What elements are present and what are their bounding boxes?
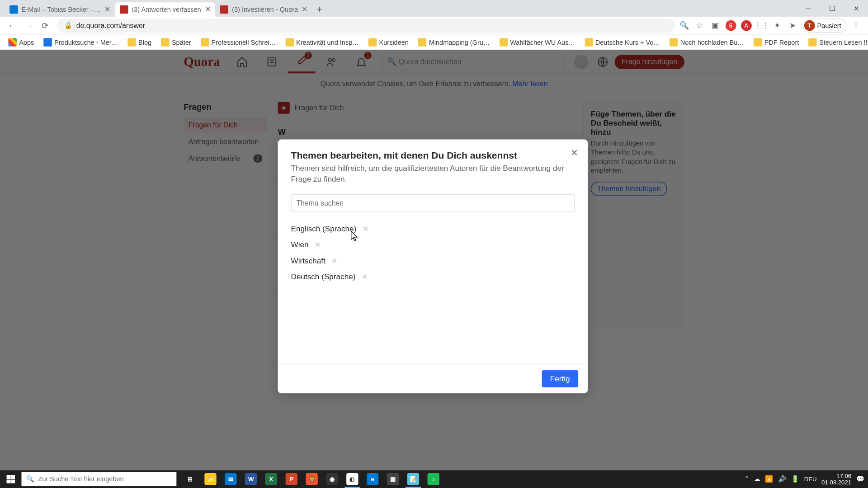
brave-icon[interactable]: 🦁	[302, 470, 322, 488]
bookmark-item[interactable]: Blog	[124, 37, 155, 47]
close-icon[interactable]: ✕	[571, 148, 578, 159]
obs-icon[interactable]: ◉	[322, 470, 342, 488]
close-icon[interactable]: ✕	[302, 5, 307, 14]
topic-item: Wirtschaft✕	[291, 253, 575, 269]
profile-chip[interactable]: T Pausiert	[802, 18, 846, 33]
tab-title: E-Mail – Tobias Becker – Outlook	[21, 6, 100, 13]
topic-search-input[interactable]	[291, 194, 575, 212]
bookmark-item[interactable]: PDF Report	[750, 37, 802, 47]
volume-icon[interactable]: 🔊	[778, 475, 786, 483]
page-content: Quora 2 1 🔍 Quora durchsuchen	[0, 50, 868, 470]
excel-icon[interactable]: X	[261, 470, 282, 488]
remove-topic-icon[interactable]: ✕	[362, 273, 368, 281]
reload-button[interactable]: ⟳	[38, 18, 52, 33]
search-icon: 🔍	[26, 475, 34, 483]
close-icon[interactable]: ✕	[205, 5, 211, 14]
system-tray: ˄ ☁ 📶 🔊 🔋 DEU 17:06 01.03.2021 💬	[745, 473, 868, 486]
mouse-cursor	[351, 231, 359, 242]
search-placeholder: Zur Suche Text hier eingeben	[38, 475, 123, 483]
topic-item: Deutsch (Sprache)✕	[291, 269, 575, 285]
bookmark-item[interactable]: Später	[157, 37, 194, 47]
word-icon[interactable]: W	[241, 470, 261, 488]
close-icon[interactable]: ✕	[104, 5, 110, 14]
taskbar-search[interactable]: 🔍 Zur Suche Text hier eingeben	[21, 472, 176, 486]
date: 01.03.2021	[821, 479, 851, 486]
extension-icon[interactable]: 5	[725, 19, 736, 31]
edge-icon[interactable]: e	[363, 470, 383, 488]
arrow-icon[interactable]: ➤	[787, 19, 798, 31]
remove-topic-icon[interactable]: ✕	[331, 257, 337, 265]
app-icon[interactable]: ▦	[383, 470, 403, 488]
topic-label: Wirtschaft	[291, 257, 326, 266]
minimize-button[interactable]: ─	[797, 0, 821, 17]
grid-icon[interactable]: ⋮⋮	[756, 19, 768, 31]
bookmark-item[interactable]: Kreativität und Insp…	[282, 37, 362, 47]
topic-item: Wien✕	[291, 237, 575, 253]
bookmark-item[interactable]: Deutsche Kurs + Vo…	[581, 37, 664, 47]
browser-toolbar: ← → ⟳ 🔒 de.quora.com/answer 🔍 ☆ ▣ 5 A ⋮⋮…	[0, 17, 868, 35]
windows-taskbar: 🔍 Zur Suche Text hier eingeben ⊞ 📁 ✉ W X…	[0, 470, 868, 488]
abp-icon[interactable]: A	[740, 19, 752, 31]
browser-tab-1[interactable]: (3) Antworten verfassen ✕	[115, 2, 216, 17]
window-controls: ─ ☐ ✕	[797, 0, 868, 17]
topic-item: Englisch (Sprache)✕	[291, 221, 575, 237]
zoom-icon[interactable]: 🔍	[678, 19, 690, 31]
browser-tab-0[interactable]: E-Mail – Tobias Becker – Outlook ✕	[5, 2, 115, 17]
bookmark-item[interactable]: Professionell Schrei…	[197, 37, 279, 47]
url-text: de.quora.com/answer	[76, 21, 145, 29]
time: 17:06	[821, 473, 851, 479]
powerpoint-icon[interactable]: P	[281, 470, 302, 488]
bookmark-item[interactable]: Kursideen	[365, 37, 412, 47]
outlook-favicon	[9, 5, 18, 14]
maximize-button[interactable]: ☐	[821, 0, 844, 17]
menu-icon[interactable]: ⋮	[850, 19, 862, 31]
modal-title: Themen bearbeiten, mit denen Du Dich aus…	[291, 150, 575, 161]
bookmark-item[interactable]: Produktsuche - Mer…	[40, 37, 122, 47]
chrome-icon[interactable]: ◐	[342, 470, 363, 488]
qr-icon[interactable]: ▣	[709, 19, 721, 31]
notepad-icon[interactable]: 📝	[403, 470, 423, 488]
language-indicator[interactable]: DEU	[804, 476, 817, 483]
remove-topic-icon[interactable]: ✕	[363, 225, 368, 233]
bookmarks-bar: AppsProduktsuche - Mer…BlogSpäterProfess…	[0, 34, 868, 50]
remove-topic-icon[interactable]: ✕	[315, 241, 321, 249]
chevron-up-icon[interactable]: ˄	[745, 475, 749, 483]
bookmark-item[interactable]: Noch hochladen Bu…	[666, 37, 748, 47]
mail-icon[interactable]: ✉	[221, 470, 241, 488]
spotify-icon[interactable]: ♪	[423, 470, 443, 488]
lock-icon: 🔒	[64, 21, 72, 29]
clock[interactable]: 17:06 01.03.2021	[821, 473, 851, 486]
quora-favicon	[220, 5, 228, 14]
puzzle-icon[interactable]: ✦	[771, 19, 783, 31]
edit-topics-modal: ✕ Themen bearbeiten, mit denen Du Dich a…	[278, 140, 588, 394]
bookmark-item[interactable]: Steuern Lesen !!!!	[805, 37, 868, 47]
done-button[interactable]: Fertig	[542, 370, 578, 387]
topic-label: Deutsch (Sprache)	[291, 272, 356, 282]
tab-title: (3) Investieren - Quora	[232, 6, 298, 13]
onedrive-icon[interactable]: ☁	[754, 475, 760, 483]
bookmark-item[interactable]: Wahlfächer WU Aus…	[496, 37, 579, 47]
start-button[interactable]	[0, 470, 21, 488]
new-tab-button[interactable]: +	[312, 2, 327, 17]
close-window-button[interactable]: ✕	[844, 0, 868, 17]
bookmark-item[interactable]: Apps	[5, 37, 38, 47]
address-bar[interactable]: 🔒 de.quora.com/answer	[57, 18, 675, 33]
battery-icon[interactable]: 🔋	[791, 475, 799, 483]
profile-label: Pausiert	[817, 22, 841, 29]
bookmark-item[interactable]: Mindmapping (Gru…	[415, 37, 493, 47]
wifi-icon[interactable]: 📶	[765, 475, 773, 483]
topic-label: Wien	[291, 240, 309, 249]
tab-title: (3) Antworten verfassen	[132, 6, 201, 13]
browser-titlebar: E-Mail – Tobias Becker – Outlook ✕ (3) A…	[0, 0, 868, 17]
modal-desc: Themen sind hilfreich, um die qualifizie…	[291, 163, 575, 185]
quora-favicon	[120, 5, 128, 14]
browser-tab-2[interactable]: (3) Investieren - Quora ✕	[215, 2, 312, 17]
back-button[interactable]: ←	[5, 18, 19, 33]
file-explorer-icon[interactable]: 📁	[200, 470, 221, 488]
avatar: T	[804, 20, 815, 31]
star-icon[interactable]: ☆	[693, 19, 705, 31]
task-view-icon[interactable]: ⊞	[180, 470, 200, 488]
forward-button[interactable]: →	[21, 18, 36, 33]
notifications-icon[interactable]: 💬	[856, 475, 864, 483]
topic-label: Englisch (Sprache)	[291, 224, 357, 233]
